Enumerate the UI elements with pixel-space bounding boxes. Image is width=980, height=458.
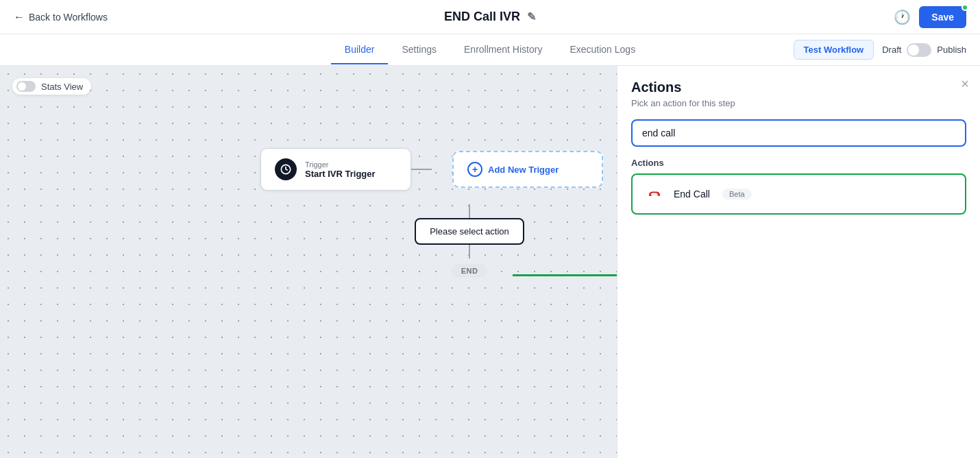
main-area: Stats View Trigger Start IVR Trigger	[0, 66, 980, 458]
publish-toggle[interactable]	[907, 43, 931, 57]
back-button[interactable]: ← Back to Workflows	[14, 11, 108, 23]
trigger-label: Trigger	[305, 160, 376, 169]
workflow-area: Trigger Start IVR Trigger + Add New Trig…	[260, 148, 603, 278]
plus-icon: +	[467, 162, 482, 177]
tab-execution-logs[interactable]: Execution Logs	[556, 36, 649, 64]
back-label: Back to Workflows	[29, 12, 108, 23]
nav-right: Test Workflow Draft Publish	[794, 40, 966, 60]
close-panel-button[interactable]: ×	[961, 77, 969, 91]
title-text: END Call IVR	[444, 10, 520, 24]
action-item-name: End Call	[674, 189, 710, 200]
draft-label: Draft	[882, 45, 901, 55]
add-trigger-node[interactable]: + Add New Trigger	[452, 151, 603, 188]
panel-subtitle: Pick an action for this step	[631, 98, 966, 108]
panel-header: Actions Pick an action for this step ×	[617, 66, 980, 119]
add-trigger-label: Add New Trigger	[488, 165, 559, 175]
topbar-right: 🕐 Save	[894, 6, 966, 28]
vertical-connector-1	[469, 204, 470, 218]
navbar: Builder Settings Enrollment History Exec…	[0, 34, 980, 66]
trigger-value: Start IVR Trigger	[305, 169, 376, 179]
end-call-action-item[interactable]: End Call Beta	[631, 173, 966, 215]
workflow-canvas[interactable]: Stats View Trigger Start IVR Trigger	[0, 66, 617, 458]
green-arrow	[513, 268, 617, 282]
step-label: Please select action	[430, 226, 509, 237]
trigger-icon	[275, 158, 297, 180]
below-area: Please select action END	[336, 204, 603, 278]
step-node[interactable]: Please select action	[415, 218, 524, 245]
trigger-row: Trigger Start IVR Trigger + Add New Trig…	[260, 148, 603, 191]
vertical-connector-2	[469, 245, 470, 258]
arrow-line	[513, 274, 617, 276]
action-search-input[interactable]	[631, 119, 966, 147]
history-button[interactable]: 🕐	[894, 9, 911, 25]
beta-badge: Beta	[722, 189, 752, 200]
stats-view-label: Stats View	[41, 82, 83, 92]
test-workflow-button[interactable]: Test Workflow	[794, 40, 874, 60]
page-title: END Call IVR ✎	[444, 10, 536, 24]
stats-view-toggle[interactable]: Stats View	[12, 78, 91, 95]
end-node: END	[452, 264, 488, 278]
tab-settings[interactable]: Settings	[388, 36, 450, 64]
stats-toggle-switch[interactable]	[16, 81, 36, 92]
edit-icon[interactable]: ✎	[527, 10, 536, 23]
publish-label: Publish	[937, 45, 966, 55]
back-arrow-icon: ←	[14, 11, 25, 23]
actions-section-label: Actions	[617, 158, 980, 173]
save-status-dot	[961, 4, 968, 11]
trigger-text: Trigger Start IVR Trigger	[305, 160, 376, 179]
connector-line	[411, 169, 432, 170]
tab-enrollment-history[interactable]: Enrollment History	[450, 36, 556, 64]
topbar: ← Back to Workflows END Call IVR ✎ 🕐 Sav…	[0, 0, 980, 34]
phone-hangup-icon	[644, 183, 665, 205]
save-button[interactable]: Save	[919, 6, 966, 28]
publish-toggle-group: Draft Publish	[882, 43, 966, 57]
panel-title: Actions	[631, 80, 966, 95]
tab-builder[interactable]: Builder	[331, 36, 389, 64]
actions-panel: Actions Pick an action for this step × A…	[617, 66, 980, 458]
trigger-node[interactable]: Trigger Start IVR Trigger	[260, 148, 411, 191]
